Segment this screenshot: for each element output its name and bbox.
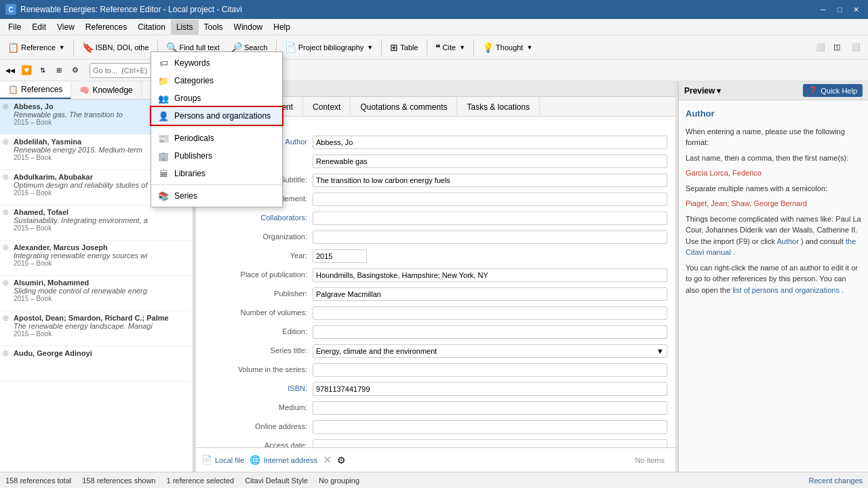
nav-settings-button[interactable]: ⚙ xyxy=(68,63,83,78)
cite-button[interactable]: ❝ Cite ▼ xyxy=(431,38,470,57)
quick-help-label: Quick Help xyxy=(821,87,857,95)
quick-help-button[interactable]: ❓ Quick Help xyxy=(803,84,863,97)
online-address-input[interactable] xyxy=(313,420,667,434)
form-row-edition: Edition: xyxy=(204,325,667,342)
close-button[interactable]: ✕ xyxy=(849,4,863,15)
form-row-volume-in-series: Volume in the series: xyxy=(204,363,667,380)
preview-label: Preview xyxy=(684,86,715,96)
nav-group-button[interactable]: ⊞ xyxy=(52,63,66,78)
menu-separator-2 xyxy=(151,184,282,185)
toolbar-separator-1 xyxy=(73,39,74,56)
collaborators-label[interactable]: Collaborators: xyxy=(204,211,313,222)
keywords-label: Keywords xyxy=(174,58,210,68)
preview-dropdown-icon[interactable]: ▼ xyxy=(715,87,722,95)
menu-edit[interactable]: Edit xyxy=(26,20,52,35)
local-file-icon: 📄 xyxy=(201,455,212,465)
ref-item-year: 2015 – Book xyxy=(14,224,187,232)
ref-item-num: ◎ xyxy=(3,208,9,216)
menu-references[interactable]: References xyxy=(80,20,132,35)
persons-orgs-icon: 👤 xyxy=(158,110,169,121)
tab-tasks[interactable]: Tasks & locations xyxy=(457,97,540,116)
table-icon: ⊞ xyxy=(390,42,398,53)
thought-button[interactable]: 💡 Thought ▼ xyxy=(477,38,537,57)
author-link[interactable]: Author xyxy=(776,237,798,245)
author-input[interactable] xyxy=(313,136,667,149)
minimize-button[interactable]: ─ xyxy=(816,4,830,15)
menu-view[interactable]: View xyxy=(52,20,80,35)
maximize-button[interactable]: □ xyxy=(833,4,846,15)
menu-separator-1 xyxy=(151,127,282,127)
title-input[interactable] xyxy=(313,155,667,168)
tab-quotations[interactable]: Quotations & comments xyxy=(351,97,457,116)
collaborators-input[interactable] xyxy=(313,211,667,225)
title-supplement-input[interactable] xyxy=(313,192,667,206)
ref-item-num: ◎ xyxy=(3,173,9,180)
reference-list-item[interactable]: ◎ Apostol, Dean; Smardon, Richard C.; Pa… xyxy=(0,311,193,346)
tab-references[interactable]: 📋 References xyxy=(0,81,71,99)
list-persons-orgs-link[interactable]: list of persons and organizations xyxy=(732,286,840,294)
menu-categories[interactable]: 📁 Categories xyxy=(151,72,282,89)
reference-list-item[interactable]: ◎ Alsumiri, Mohammed Sliding mode contro… xyxy=(0,276,193,311)
menu-lists[interactable]: Lists xyxy=(171,20,199,35)
access-date-input[interactable] xyxy=(313,439,667,447)
reference-list-item[interactable]: ◎ Alexander, Marcus Joseph Integrating r… xyxy=(0,241,193,276)
reference-button[interactable]: 📋 Reference ▼ xyxy=(3,38,70,57)
local-file-label: Local file xyxy=(215,456,244,464)
reference-icon: 📋 xyxy=(7,42,19,53)
reference-list-item[interactable]: ◎ Audu, George Adinoyi xyxy=(0,346,193,382)
subtitle-input[interactable] xyxy=(313,174,667,187)
view-mode-2-button[interactable]: ◫ xyxy=(831,38,848,57)
access-date-label: Access date: xyxy=(204,439,313,447)
series-title-select[interactable]: Energy, climate and the environment ▼ xyxy=(313,344,667,358)
menu-publishers[interactable]: 🏢 Publishers xyxy=(151,147,282,165)
isbn-button[interactable]: 🔖 ISBN, DOI, othe xyxy=(77,38,154,57)
tab-context[interactable]: Context xyxy=(303,97,351,116)
isbn-input[interactable] xyxy=(313,382,667,396)
edition-input[interactable] xyxy=(313,325,667,339)
project-bibliography-button[interactable]: 📄 Project bibliography ▼ xyxy=(280,38,378,57)
ref-item-author: Apostol, Dean; Smardon, Richard C.; Palm… xyxy=(14,314,187,322)
isbn-label[interactable]: ISBN: xyxy=(204,382,313,392)
form-row-place: Place of publication: xyxy=(204,268,667,285)
lists-dropdown-menu: 🏷 Keywords 📁 Categories 👥 Groups 👤 Perso… xyxy=(151,52,283,207)
reference-list-item[interactable]: ◎ Ahamed, Tofael Sustainability. Integra… xyxy=(0,205,193,241)
tab-knowledge[interactable]: 🧠 Knowledge xyxy=(71,81,141,99)
periodicals-label: Periodicals xyxy=(174,134,214,143)
menu-tools[interactable]: Tools xyxy=(199,20,229,35)
menu-groups[interactable]: 👥 Groups xyxy=(151,89,282,107)
internet-address-button[interactable]: 🌐 Internet address xyxy=(250,455,317,465)
recent-changes-link[interactable]: Recent changes xyxy=(809,476,863,485)
references-tab-icon: 📋 xyxy=(8,85,18,94)
medium-input[interactable] xyxy=(313,401,667,415)
nav-prev-button[interactable]: ◀◀ xyxy=(3,63,18,78)
attach-settings-icon[interactable]: ⚙ xyxy=(337,455,346,466)
example-names-link[interactable]: Piaget, Jean; Shaw, George Bernard xyxy=(686,199,807,207)
menu-periodicals[interactable]: 📰 Periodicals xyxy=(151,129,282,147)
local-file-button[interactable]: 📄 Local file xyxy=(201,455,244,465)
nav-filter-button[interactable]: 🔽 xyxy=(19,63,34,78)
menu-help[interactable]: Help xyxy=(268,20,296,35)
year-input[interactable] xyxy=(313,249,367,263)
volume-in-series-input[interactable] xyxy=(313,363,667,377)
volume-in-series-label: Volume in the series: xyxy=(204,363,313,373)
menu-series[interactable]: 📚 Series xyxy=(151,187,282,205)
menu-persons-organizations[interactable]: 👤 Persons and organizations xyxy=(151,107,282,125)
view-mode-1-button[interactable]: ⬜ xyxy=(814,38,830,57)
example-name-link[interactable]: Garcia Lorca, Federico xyxy=(686,169,762,177)
organization-input[interactable] xyxy=(313,230,667,244)
view-mode-3-button[interactable]: ⬜ xyxy=(849,38,865,57)
num-volumes-input[interactable] xyxy=(313,306,667,320)
menu-citation[interactable]: Citation xyxy=(132,20,171,35)
keywords-icon: 🏷 xyxy=(158,58,169,68)
menu-window[interactable]: Window xyxy=(229,20,269,35)
right-panel: Preview ▼ ❓ Quick Help Author When enter… xyxy=(678,81,868,472)
attachment-bar: 📄 Local file 🌐 Internet address ✕ ⚙ No i… xyxy=(196,447,675,472)
menu-keywords[interactable]: 🏷 Keywords xyxy=(151,54,282,72)
menu-file[interactable]: File xyxy=(3,20,26,35)
table-button[interactable]: ⊞ Table xyxy=(385,38,422,57)
help-example-names: Piaget, Jean; Shaw, George Bernard xyxy=(686,198,861,209)
publisher-input[interactable] xyxy=(313,287,667,301)
menu-libraries[interactable]: 🏛 Libraries xyxy=(151,165,282,182)
nav-sort-button[interactable]: ⇅ xyxy=(35,63,50,78)
place-input[interactable] xyxy=(313,268,667,282)
